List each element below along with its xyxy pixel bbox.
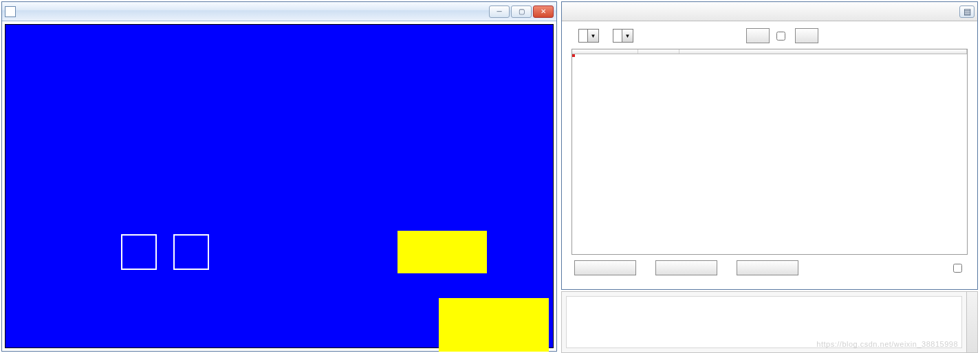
schedule-row [116,234,215,270]
settings-body: ▼ ▼ [566,24,973,285]
log-table [571,49,968,255]
simulator-canvas [5,24,554,348]
app-icon [5,6,16,17]
start-button[interactable] [398,231,487,273]
hour-minute-labels [6,184,553,205]
settings-window: ▤ ▼ ▼ [561,1,978,290]
baud-select[interactable]: ▼ [613,29,633,43]
close-button[interactable]: ✕ [533,5,554,18]
maximize-button[interactable]: ▢ [511,5,532,18]
watermark: https://blog.csdn.net/weixin_38815998 [816,340,958,348]
autoscroll-checkbox[interactable] [953,264,965,273]
hour-input[interactable] [121,234,157,270]
scrollbar[interactable] [966,292,977,352]
open-serial-button[interactable] [746,28,770,43]
clear-button[interactable] [737,260,798,275]
pin-checkbox[interactable] [776,32,788,41]
copy-button[interactable] [655,260,717,275]
top-controls: ▼ ▼ [566,24,973,47]
serial-select[interactable]: ▼ [578,29,599,43]
help-button[interactable]: ▤ [959,5,974,18]
bottom-controls [566,255,973,275]
pin-checkbox-input[interactable] [776,32,785,41]
minimize-button[interactable]: ─ [489,5,510,18]
highlight-box [572,54,575,57]
autoscroll-checkbox-input[interactable] [953,264,962,273]
save-button[interactable] [574,260,636,275]
titlebar[interactable]: ▤ [562,2,977,21]
chevron-down-icon: ▼ [622,30,633,42]
timer-operation-button[interactable] [439,298,549,352]
col-data[interactable] [679,49,967,54]
table-header [572,49,967,54]
screenshot-button[interactable] [795,28,818,43]
residual-panel: https://blog.csdn.net/weixin_38815998 [561,291,978,353]
col-dir[interactable] [638,49,679,54]
minute-input[interactable] [173,234,209,270]
col-time[interactable] [572,49,638,54]
chevron-down-icon: ▼ [587,30,598,42]
simulator-window: ─ ▢ ✕ [1,1,557,352]
titlebar[interactable]: ─ ▢ ✕ [2,2,556,21]
